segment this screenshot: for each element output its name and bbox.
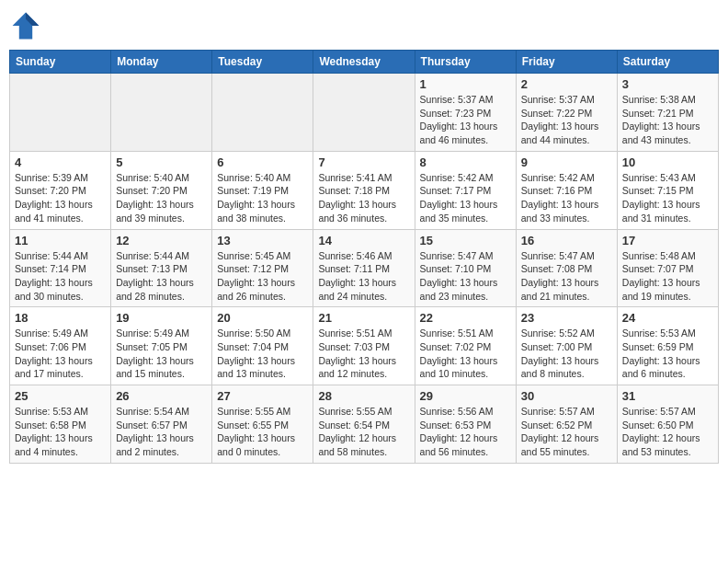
calendar-cell: [111, 74, 212, 152]
day-number: 20: [217, 311, 308, 325]
logo-icon: [9, 9, 42, 42]
day-number: 15: [420, 234, 511, 247]
calendar-cell: 15Sunrise: 5:47 AM Sunset: 7:10 PM Dayli…: [415, 229, 516, 307]
calendar-cell: 19Sunrise: 5:49 AM Sunset: 7:05 PM Dayli…: [111, 307, 212, 385]
day-info: Sunrise: 5:51 AM Sunset: 7:03 PM Dayligh…: [318, 327, 409, 381]
day-info: Sunrise: 5:55 AM Sunset: 6:55 PM Dayligh…: [217, 405, 308, 459]
day-number: 9: [521, 155, 612, 169]
day-info: Sunrise: 5:45 AM Sunset: 7:12 PM Dayligh…: [217, 249, 308, 304]
day-number: 19: [116, 311, 207, 325]
weekday-header-monday: Monday: [111, 51, 212, 74]
day-info: Sunrise: 5:53 AM Sunset: 6:58 PM Dayligh…: [15, 405, 106, 459]
day-info: Sunrise: 5:53 AM Sunset: 6:59 PM Dayligh…: [622, 327, 713, 381]
day-info: Sunrise: 5:55 AM Sunset: 6:54 PM Dayligh…: [318, 405, 409, 459]
calendar-cell: 16Sunrise: 5:47 AM Sunset: 7:08 PM Dayli…: [516, 229, 617, 307]
calendar-cell: [212, 74, 313, 152]
day-info: Sunrise: 5:40 AM Sunset: 7:19 PM Dayligh…: [217, 171, 308, 225]
day-number: 25: [15, 389, 106, 403]
page-header: [9, 9, 719, 42]
calendar-cell: 28Sunrise: 5:55 AM Sunset: 6:54 PM Dayli…: [313, 385, 415, 464]
day-number: 8: [420, 155, 511, 169]
day-number: 12: [116, 234, 207, 247]
day-number: 7: [318, 155, 409, 169]
calendar-cell: 30Sunrise: 5:57 AM Sunset: 6:52 PM Dayli…: [516, 385, 617, 464]
day-number: 13: [217, 234, 308, 247]
day-info: Sunrise: 5:49 AM Sunset: 7:06 PM Dayligh…: [15, 327, 106, 381]
day-info: Sunrise: 5:50 AM Sunset: 7:04 PM Dayligh…: [217, 327, 308, 381]
calendar-cell: 22Sunrise: 5:51 AM Sunset: 7:02 PM Dayli…: [415, 307, 516, 385]
day-number: 11: [15, 234, 106, 247]
weekday-header-sunday: Sunday: [10, 51, 111, 74]
calendar-cell: 24Sunrise: 5:53 AM Sunset: 6:59 PM Dayli…: [617, 307, 718, 385]
weekday-header-wednesday: Wednesday: [313, 51, 415, 74]
calendar-cell: 5Sunrise: 5:40 AM Sunset: 7:20 PM Daylig…: [111, 151, 212, 229]
day-info: Sunrise: 5:43 AM Sunset: 7:15 PM Dayligh…: [622, 171, 713, 225]
weekday-header-saturday: Saturday: [617, 51, 718, 74]
day-info: Sunrise: 5:52 AM Sunset: 7:00 PM Dayligh…: [521, 327, 612, 381]
day-info: Sunrise: 5:49 AM Sunset: 7:05 PM Dayligh…: [116, 327, 207, 381]
day-number: 3: [622, 77, 713, 91]
day-number: 23: [521, 311, 612, 325]
day-number: 4: [15, 155, 106, 169]
calendar-cell: 7Sunrise: 5:41 AM Sunset: 7:18 PM Daylig…: [313, 151, 415, 229]
calendar-cell: 3Sunrise: 5:38 AM Sunset: 7:21 PM Daylig…: [617, 74, 718, 152]
calendar-cell: 8Sunrise: 5:42 AM Sunset: 7:17 PM Daylig…: [415, 151, 516, 229]
calendar-cell: 14Sunrise: 5:46 AM Sunset: 7:11 PM Dayli…: [313, 229, 415, 307]
day-info: Sunrise: 5:47 AM Sunset: 7:08 PM Dayligh…: [521, 249, 612, 304]
calendar-cell: 4Sunrise: 5:39 AM Sunset: 7:20 PM Daylig…: [10, 151, 111, 229]
day-number: 1: [420, 77, 511, 91]
calendar-cell: 20Sunrise: 5:50 AM Sunset: 7:04 PM Dayli…: [212, 307, 313, 385]
day-number: 14: [318, 234, 409, 247]
calendar-cell: 13Sunrise: 5:45 AM Sunset: 7:12 PM Dayli…: [212, 229, 313, 307]
calendar-cell: 21Sunrise: 5:51 AM Sunset: 7:03 PM Dayli…: [313, 307, 415, 385]
calendar-cell: 9Sunrise: 5:42 AM Sunset: 7:16 PM Daylig…: [516, 151, 617, 229]
day-info: Sunrise: 5:44 AM Sunset: 7:14 PM Dayligh…: [15, 249, 106, 304]
day-info: Sunrise: 5:44 AM Sunset: 7:13 PM Dayligh…: [116, 249, 207, 304]
day-info: Sunrise: 5:41 AM Sunset: 7:18 PM Dayligh…: [318, 171, 409, 225]
day-info: Sunrise: 5:40 AM Sunset: 7:20 PM Dayligh…: [116, 171, 207, 225]
day-number: 18: [15, 311, 106, 325]
day-info: Sunrise: 5:38 AM Sunset: 7:21 PM Dayligh…: [622, 93, 713, 147]
day-info: Sunrise: 5:57 AM Sunset: 6:52 PM Dayligh…: [521, 405, 612, 459]
day-number: 10: [622, 155, 713, 169]
day-info: Sunrise: 5:37 AM Sunset: 7:22 PM Dayligh…: [521, 93, 612, 147]
weekday-header-thursday: Thursday: [415, 51, 516, 74]
day-number: 28: [318, 389, 409, 403]
day-info: Sunrise: 5:37 AM Sunset: 7:23 PM Dayligh…: [420, 93, 511, 147]
weekday-header-tuesday: Tuesday: [212, 51, 313, 74]
day-info: Sunrise: 5:56 AM Sunset: 6:53 PM Dayligh…: [420, 405, 511, 459]
calendar-cell: 6Sunrise: 5:40 AM Sunset: 7:19 PM Daylig…: [212, 151, 313, 229]
calendar-cell: 10Sunrise: 5:43 AM Sunset: 7:15 PM Dayli…: [617, 151, 718, 229]
day-number: 6: [217, 155, 308, 169]
calendar-table: SundayMondayTuesdayWednesdayThursdayFrid…: [9, 50, 719, 464]
calendar-cell: 27Sunrise: 5:55 AM Sunset: 6:55 PM Dayli…: [212, 385, 313, 464]
logo: [9, 9, 46, 42]
day-number: 16: [521, 234, 612, 247]
day-number: 22: [420, 311, 511, 325]
day-number: 24: [622, 311, 713, 325]
day-info: Sunrise: 5:46 AM Sunset: 7:11 PM Dayligh…: [318, 249, 409, 304]
week-row-3: 11Sunrise: 5:44 AM Sunset: 7:14 PM Dayli…: [10, 229, 719, 307]
calendar-cell: 26Sunrise: 5:54 AM Sunset: 6:57 PM Dayli…: [111, 385, 212, 464]
calendar-cell: 23Sunrise: 5:52 AM Sunset: 7:00 PM Dayli…: [516, 307, 617, 385]
day-info: Sunrise: 5:47 AM Sunset: 7:10 PM Dayligh…: [420, 249, 511, 304]
day-info: Sunrise: 5:54 AM Sunset: 6:57 PM Dayligh…: [116, 405, 207, 459]
day-info: Sunrise: 5:42 AM Sunset: 7:16 PM Dayligh…: [521, 171, 612, 225]
calendar-cell: [313, 74, 415, 152]
weekday-header-friday: Friday: [516, 51, 617, 74]
week-row-2: 4Sunrise: 5:39 AM Sunset: 7:20 PM Daylig…: [10, 151, 719, 229]
day-number: 5: [116, 155, 207, 169]
day-number: 30: [521, 389, 612, 403]
day-info: Sunrise: 5:57 AM Sunset: 6:50 PM Dayligh…: [622, 405, 713, 459]
calendar-cell: 18Sunrise: 5:49 AM Sunset: 7:06 PM Dayli…: [10, 307, 111, 385]
calendar-cell: 11Sunrise: 5:44 AM Sunset: 7:14 PM Dayli…: [10, 229, 111, 307]
week-row-5: 25Sunrise: 5:53 AM Sunset: 6:58 PM Dayli…: [10, 385, 719, 464]
day-info: Sunrise: 5:48 AM Sunset: 7:07 PM Dayligh…: [622, 249, 713, 304]
calendar-cell: 31Sunrise: 5:57 AM Sunset: 6:50 PM Dayli…: [617, 385, 718, 464]
day-info: Sunrise: 5:51 AM Sunset: 7:02 PM Dayligh…: [420, 327, 511, 381]
calendar-cell: [10, 74, 111, 152]
week-row-1: 1Sunrise: 5:37 AM Sunset: 7:23 PM Daylig…: [10, 74, 719, 152]
calendar-cell: 17Sunrise: 5:48 AM Sunset: 7:07 PM Dayli…: [617, 229, 718, 307]
calendar-cell: 29Sunrise: 5:56 AM Sunset: 6:53 PM Dayli…: [415, 385, 516, 464]
week-row-4: 18Sunrise: 5:49 AM Sunset: 7:06 PM Dayli…: [10, 307, 719, 385]
